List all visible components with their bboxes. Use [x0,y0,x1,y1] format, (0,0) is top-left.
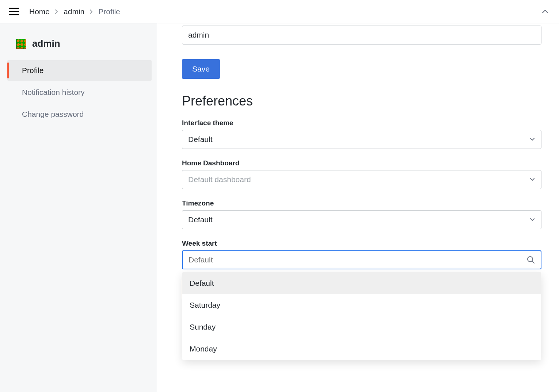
chevron-right-icon [55,9,58,14]
chevron-right-icon [90,9,93,14]
sidebar-item-label: Notification history [22,88,85,96]
select-value: Default [188,135,213,144]
field-week-start: Week start Default Saturday Sunday Monda… [182,239,541,269]
breadcrumb-item-home[interactable]: Home [29,7,50,16]
breadcrumb-item-admin[interactable]: admin [64,7,84,16]
field-interface-theme: Interface theme Default [182,119,541,149]
breadcrumb-item-current: Profile [98,7,120,16]
dropdown-option-default[interactable]: Default [182,272,541,294]
sidebar-item-notification-history[interactable]: Notification history [7,82,152,103]
dropdown-option-sunday[interactable]: Sunday [182,316,541,338]
search-icon [527,256,535,264]
preferences-heading: Preferences [182,93,541,109]
chevron-down-icon [529,218,535,222]
home-dashboard-select[interactable]: Default dashboard [182,170,541,189]
breadcrumb: Home admin Profile [29,7,120,16]
dropdown-option-monday[interactable]: Monday [182,338,541,360]
select-placeholder: Default dashboard [188,175,251,184]
week-start-select[interactable]: Default Saturday Sunday Monday [182,250,541,269]
week-start-dropdown: Default Saturday Sunday Monday [182,272,541,360]
chevron-down-icon [529,177,535,182]
field-label: Interface theme [182,119,541,127]
field-label: Home Dashboard [182,159,541,167]
week-start-search-input[interactable] [189,251,500,269]
main-content: Save Preferences Interface theme Default… [157,23,559,392]
sidebar-item-profile[interactable]: Profile [7,60,152,81]
timezone-select[interactable]: Default [182,210,541,229]
field-label: Week start [182,239,541,247]
username-input[interactable] [182,26,541,45]
sidebar-header: admin [0,38,157,59]
sidebar-item-label: Change password [22,110,84,118]
avatar [16,39,26,49]
chevron-down-icon [529,137,535,142]
menu-toggle-button[interactable] [7,5,20,18]
dropdown-option-saturday[interactable]: Saturday [182,294,541,316]
sidebar-nav: Profile Notification history Change pass… [0,59,157,125]
field-timezone: Timezone Default [182,199,541,229]
sidebar-item-label: Profile [22,66,44,74]
field-label: Timezone [182,199,541,207]
save-button[interactable]: Save [182,59,220,79]
select-value: Default [188,215,213,224]
collapse-button[interactable] [541,9,549,14]
field-home-dashboard: Home Dashboard Default dashboard [182,159,541,189]
sidebar-username: admin [32,38,60,49]
sidebar: admin Profile Notification history Chang… [0,23,157,392]
interface-theme-select[interactable]: Default [182,130,541,149]
topbar: Home admin Profile [0,0,559,23]
sidebar-item-change-password[interactable]: Change password [7,104,152,124]
